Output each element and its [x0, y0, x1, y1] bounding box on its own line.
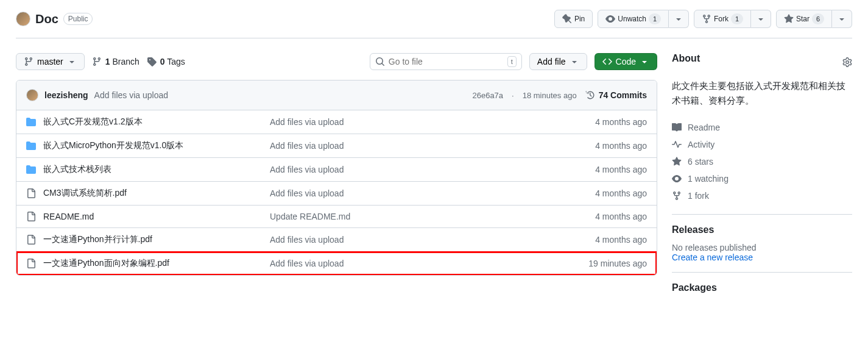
file-name-link[interactable]: 嵌入式技术栈列表: [43, 164, 263, 175]
latest-commit-bar: leezisheng Add files via upload 26e6a7a …: [16, 80, 657, 110]
file-commit-message[interactable]: Update README.md: [270, 212, 588, 221]
code-label: Code: [616, 57, 636, 66]
code-button[interactable]: Code: [595, 53, 657, 70]
file-search[interactable]: t: [370, 53, 522, 70]
file-commit-message[interactable]: Add files via upload: [270, 141, 588, 151]
fork-count: 1: [731, 13, 743, 24]
file-date: 4 months ago: [595, 141, 647, 151]
commit-sha[interactable]: 26e6a7a: [472, 91, 503, 100]
file-commit-message[interactable]: Add files via upload: [270, 117, 588, 127]
file-icon: [26, 188, 36, 198]
watching-link[interactable]: 1 watching: [672, 170, 852, 187]
commit-time: 18 minutes ago: [523, 91, 577, 100]
file-name-link[interactable]: README.md: [43, 212, 263, 221]
create-release-link[interactable]: Create a new release: [672, 252, 753, 262]
branch-switcher[interactable]: master: [16, 53, 85, 70]
file-name-link[interactable]: 一文速通Python并行计算.pdf: [43, 234, 263, 245]
watch-count: 1: [649, 13, 661, 24]
readme-link[interactable]: Readme: [672, 119, 852, 136]
fork-dropdown[interactable]: [751, 10, 771, 28]
file-commit-message[interactable]: Add files via upload: [270, 165, 588, 174]
folder-icon: [26, 141, 36, 151]
pin-icon: [562, 14, 572, 24]
fork-button[interactable]: Fork 1: [694, 10, 751, 28]
unwatch-dropdown[interactable]: [669, 10, 689, 28]
eye-icon: [672, 174, 682, 184]
repo-name[interactable]: Doc: [35, 12, 58, 26]
table-row: CM3调试系统简析.pdfAdd files via upload4 month…: [16, 182, 657, 206]
table-row: 嵌入式MicroPython开发规范v1.0版本Add files via up…: [16, 134, 657, 158]
file-list: leezisheng Add files via upload 26e6a7a …: [16, 80, 657, 276]
star-icon: [672, 157, 682, 166]
folder-icon: [26, 165, 36, 174]
search-icon: [375, 57, 385, 66]
branch-name: master: [37, 57, 63, 66]
search-input[interactable]: [389, 57, 504, 66]
commits-link[interactable]: 74 Commits: [585, 90, 647, 100]
pin-button[interactable]: Pin: [554, 10, 593, 28]
star-dropdown[interactable]: [832, 10, 852, 28]
star-icon: [784, 14, 794, 24]
unwatch-button[interactable]: Unwatch 1: [598, 10, 669, 28]
tags-link[interactable]: 0 Tags: [147, 57, 185, 66]
code-icon: [602, 57, 612, 66]
file-date: 4 months ago: [595, 165, 647, 174]
file-icon: [26, 259, 36, 268]
file-commit-message[interactable]: Add files via upload: [270, 259, 581, 268]
chevron-down-icon: [756, 14, 766, 24]
file-date: 19 minutes ago: [588, 259, 647, 268]
commit-avatar[interactable]: [26, 89, 38, 101]
add-file-button[interactable]: Add file: [529, 53, 587, 70]
tag-icon: [147, 57, 157, 66]
star-button[interactable]: Star 6: [776, 10, 832, 28]
file-name-link[interactable]: 一文速通Python面向对象编程.pdf: [43, 258, 263, 269]
commit-message[interactable]: Add files via upload: [94, 90, 168, 100]
fork-icon: [702, 14, 711, 24]
activity-link[interactable]: Activity: [672, 136, 852, 153]
file-commit-message[interactable]: Add files via upload: [270, 235, 588, 245]
branch-icon: [92, 57, 102, 66]
file-icon: [26, 235, 36, 245]
chevron-down-icon: [67, 57, 77, 66]
forks-link[interactable]: 1 fork: [672, 187, 852, 204]
chevron-down-icon: [674, 14, 683, 24]
commit-author[interactable]: leezisheng: [44, 90, 88, 100]
unwatch-label: Unwatch: [618, 13, 646, 25]
file-date: 4 months ago: [595, 117, 647, 127]
file-date: 4 months ago: [595, 235, 647, 245]
folder-icon: [26, 117, 36, 127]
pin-label: Pin: [574, 13, 585, 25]
file-icon: [26, 212, 36, 221]
eye-icon: [605, 14, 615, 24]
gear-icon[interactable]: [842, 57, 852, 67]
book-icon: [672, 123, 682, 132]
chevron-down-icon: [570, 57, 579, 66]
file-name-link[interactable]: 嵌入式C开发规范v1.2版本: [43, 116, 263, 127]
fork-icon: [672, 191, 682, 201]
releases-heading: Releases: [672, 224, 852, 235]
packages-heading: Packages: [672, 282, 852, 293]
file-name-link[interactable]: 嵌入式MicroPython开发规范v1.0版本: [43, 140, 263, 151]
star-count: 6: [812, 13, 824, 24]
visibility-badge: Public: [63, 13, 93, 25]
star-label: Star: [796, 13, 810, 25]
add-file-label: Add file: [537, 57, 566, 66]
table-row: 嵌入式技术栈列表Add files via upload4 months ago: [16, 158, 657, 182]
about-heading: About: [672, 53, 700, 64]
chevron-down-icon: [837, 14, 847, 24]
stars-link[interactable]: 6 stars: [672, 153, 852, 170]
pulse-icon: [672, 140, 682, 149]
file-commit-message[interactable]: Add files via upload: [270, 188, 588, 198]
file-name-link[interactable]: CM3调试系统简析.pdf: [43, 188, 263, 199]
table-row: 嵌入式C开发规范v1.2版本Add files via upload4 mont…: [16, 110, 657, 134]
file-date: 4 months ago: [595, 188, 647, 198]
releases-none: No releases published: [672, 243, 852, 252]
history-icon: [585, 90, 595, 100]
about-description: 此文件夹主要包括嵌入式开发规范和相关技术书籍、资料分享。: [672, 79, 852, 108]
search-kbd: t: [507, 56, 517, 67]
owner-avatar[interactable]: [16, 12, 30, 26]
table-row: README.mdUpdate README.md4 months ago: [16, 206, 657, 228]
fork-label: Fork: [714, 13, 729, 25]
table-row: 一文速通Python面向对象编程.pdfAdd files via upload…: [16, 252, 657, 275]
branches-link[interactable]: 1 Branch: [92, 57, 139, 66]
